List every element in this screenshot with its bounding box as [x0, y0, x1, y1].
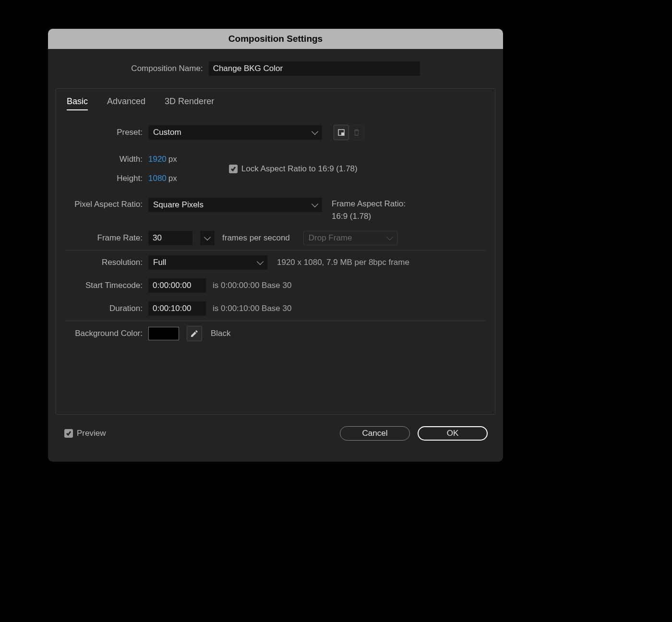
divider: [66, 250, 485, 251]
cancel-button[interactable]: Cancel: [340, 426, 410, 441]
chevron-down-icon: [312, 128, 318, 135]
width-input[interactable]: 1920: [148, 155, 167, 164]
tab-3d-renderer[interactable]: 3D Renderer: [165, 96, 214, 110]
preset-label: Preset:: [66, 128, 143, 137]
duration-input[interactable]: [148, 301, 206, 316]
start-timecode-hint: is 0:00:00:00 Base 30: [213, 281, 291, 290]
duration-hint: is 0:00:10:00 Base 30: [213, 304, 291, 313]
pixel-aspect-ratio-label: Pixel Aspect Ratio:: [66, 198, 143, 209]
resolution-select[interactable]: Full: [148, 255, 267, 270]
frame-rate-label: Frame Rate:: [66, 233, 143, 243]
drop-frame-select: Drop Frame: [303, 231, 397, 245]
preset-select[interactable]: Custom: [148, 125, 322, 140]
pixel-aspect-ratio-select[interactable]: Square Pixels: [148, 198, 322, 212]
background-color-label: Background Color:: [66, 329, 143, 338]
svg-rect-1: [341, 132, 344, 135]
start-timecode-label: Start Timecode:: [66, 281, 143, 290]
height-unit: px: [168, 174, 177, 183]
lock-aspect-ratio-checkbox[interactable]: [229, 165, 238, 173]
composition-settings-dialog: Composition Settings Composition Name: B…: [48, 29, 503, 462]
save-icon: [337, 129, 345, 136]
settings-panel: Basic Advanced 3D Renderer Preset: Custo…: [56, 88, 495, 415]
composition-name-label: Composition Name:: [131, 64, 203, 73]
pixel-aspect-ratio-value: Square Pixels: [153, 200, 204, 210]
chevron-down-icon: [312, 201, 318, 207]
save-preset-button[interactable]: [334, 125, 349, 140]
lock-aspect-ratio-label: Lock Aspect Ratio to 16:9 (1.78): [241, 164, 358, 174]
width-unit: px: [168, 155, 177, 164]
fps-label: frames per second: [222, 233, 290, 243]
ok-button[interactable]: OK: [418, 426, 488, 441]
start-timecode-input[interactable]: [148, 278, 206, 293]
preview-label: Preview: [77, 429, 106, 438]
frame-aspect-ratio-value: 16:9 (1.78): [332, 210, 406, 223]
height-label: Height:: [66, 174, 143, 183]
delete-preset-button: [349, 125, 364, 140]
frame-aspect-ratio-label: Frame Aspect Ratio:: [332, 198, 406, 210]
dialog-title: Composition Settings: [228, 34, 323, 44]
eyedropper-icon: [191, 330, 198, 337]
background-color-name: Black: [211, 329, 231, 338]
chevron-down-icon: [386, 234, 393, 240]
preview-checkbox[interactable]: [64, 429, 73, 438]
tab-basic[interactable]: Basic: [67, 96, 88, 110]
tab-advanced[interactable]: Advanced: [107, 96, 145, 110]
resolution-value: Full: [153, 258, 166, 267]
width-label: Width:: [66, 155, 143, 164]
dialog-titlebar: Composition Settings: [48, 29, 503, 49]
frame-rate-dropdown[interactable]: [200, 231, 215, 245]
chevron-down-icon: [257, 258, 264, 265]
resolution-label: Resolution:: [66, 258, 143, 267]
eyedropper-button[interactable]: [187, 326, 202, 341]
resolution-hint: 1920 x 1080, 7.9 MB per 8bpc frame: [277, 258, 409, 267]
frame-rate-input[interactable]: [148, 231, 192, 245]
duration-label: Duration:: [66, 304, 143, 313]
drop-frame-value: Drop Frame: [309, 233, 352, 243]
height-input[interactable]: 1080: [148, 174, 167, 183]
composition-name-input[interactable]: [209, 61, 420, 76]
trash-icon: [353, 129, 360, 136]
preset-value: Custom: [153, 128, 181, 137]
background-color-swatch[interactable]: [148, 327, 179, 340]
divider: [66, 321, 485, 321]
chevron-down-icon: [204, 234, 211, 240]
